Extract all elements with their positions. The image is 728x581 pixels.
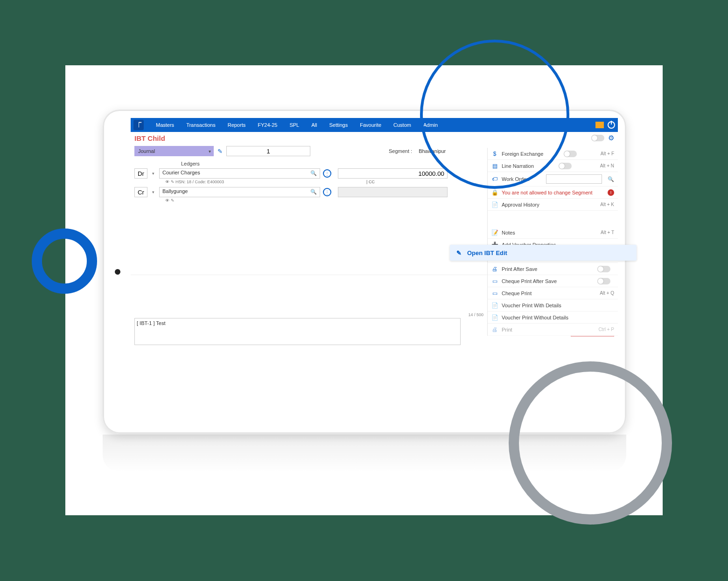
- gear-icon[interactable]: ⚙: [608, 134, 614, 142]
- opt-notes[interactable]: 📝 Notes Alt + T: [488, 227, 618, 239]
- toggle-line-narration[interactable]: [559, 163, 572, 169]
- opt-cheque-print[interactable]: ▭ Cheque Print Alt + Q: [488, 287, 618, 299]
- nav-all[interactable]: All: [311, 122, 317, 128]
- opt-label: Cheque Print After Save: [502, 278, 557, 284]
- opt-label: You are not allowed to change Segment: [502, 190, 593, 195]
- segment-label: Segment :: [389, 148, 412, 154]
- nav-settings[interactable]: Settings: [329, 122, 348, 128]
- row-action-icon[interactable]: ⋮: [323, 188, 331, 196]
- error-icon: !: [608, 189, 614, 196]
- drcr-input[interactable]: [134, 187, 147, 197]
- nav-fy[interactable]: FY24-25: [258, 122, 277, 128]
- print-icon: 🖨: [491, 266, 498, 272]
- pencil-icon: ✎: [456, 249, 462, 256]
- cheque-icon: ▭: [491, 278, 498, 284]
- tablet-camera: [115, 269, 120, 275]
- shortcut: Alt + N: [600, 163, 614, 168]
- entry-meta-text: 👁 ✎ HSN: 18 / Code: E400003: [165, 180, 224, 184]
- mail-icon[interactable]: [595, 122, 604, 128]
- opt-print-after-save[interactable]: 🖨 Print After Save: [488, 263, 618, 275]
- toggle-foreign-exchange[interactable]: [564, 151, 577, 157]
- nav-custom[interactable]: Custom: [393, 122, 411, 128]
- cheque-icon: ▭: [491, 290, 498, 297]
- opt-label: Approval History: [502, 202, 539, 208]
- voucher-number-input[interactable]: [226, 146, 310, 156]
- debit-input[interactable]: [338, 187, 448, 197]
- opt-label: Voucher Print With Details: [502, 303, 561, 308]
- ledger-input[interactable]: Courier Charges 🔍: [159, 168, 320, 179]
- power-icon[interactable]: [608, 121, 615, 129]
- opt-cheque-print-after-save[interactable]: ▭ Cheque Print After Save: [488, 275, 618, 287]
- col-header-ledgers: Ledgers: [181, 161, 200, 166]
- shortcut: Alt + K: [600, 202, 614, 207]
- print-icon: 🖨: [491, 326, 498, 333]
- debit-input[interactable]: [338, 168, 448, 179]
- cc-link[interactable]: | CC: [366, 180, 375, 184]
- opt-label: Cheque Print: [502, 290, 532, 296]
- opt-label: Open IBT Edit: [467, 249, 507, 256]
- note-icon: 📝: [491, 229, 498, 236]
- app-logo[interactable]: ⎾: [133, 120, 144, 130]
- nav-transactions[interactable]: Transactions: [186, 122, 216, 128]
- opt-segment-error: 🔒 You are not allowed to change Segment …: [488, 187, 618, 199]
- ledger-value: Ballygunge: [162, 188, 188, 194]
- decorative-circle: [509, 361, 672, 525]
- toggle-cheque-print-after-save[interactable]: [597, 278, 610, 284]
- page-title: IBT Child: [134, 134, 165, 142]
- decorative-circle: [32, 228, 97, 294]
- decorative-circle: [420, 40, 569, 189]
- drcr-input[interactable]: [134, 168, 147, 179]
- voucher-type-select[interactable]: Journal: [134, 146, 214, 156]
- nav-favourite[interactable]: Favourite: [360, 122, 381, 128]
- opt-label: Print: [502, 327, 512, 332]
- opt-voucher-print-without-details[interactable]: 📄 Voucher Print Without Details: [488, 311, 618, 324]
- ledger-value: Courier Charges: [162, 170, 200, 175]
- nav-masters[interactable]: Masters: [156, 122, 174, 128]
- search-icon[interactable]: 🔍: [310, 189, 317, 195]
- opt-voucher-print-with-details[interactable]: 📄 Voucher Print With Details: [488, 299, 618, 311]
- narration-input[interactable]: [ IBT-1 ] Test: [134, 318, 461, 345]
- search-icon[interactable]: 🔍: [608, 176, 614, 182]
- row-action-icon[interactable]: ⋮: [323, 169, 331, 178]
- nav-reports[interactable]: Reports: [228, 122, 246, 128]
- shortcut: Ctrl + P: [598, 327, 614, 332]
- shortcut: Alt + F: [601, 151, 614, 156]
- nav-spl[interactable]: SPL: [289, 122, 299, 128]
- shortcut: Alt + T: [601, 230, 614, 235]
- search-icon[interactable]: 🔍: [310, 170, 317, 176]
- doc-icon: 📄: [491, 302, 498, 309]
- toggle-print-after-save[interactable]: [597, 266, 610, 272]
- voucher-type-value: Journal: [138, 148, 155, 154]
- chevron-down-icon[interactable]: ▾: [150, 190, 156, 194]
- work-order-input[interactable]: [546, 174, 602, 184]
- opt-label: Voucher Print Without Details: [502, 315, 568, 320]
- doc-icon: 📄: [491, 314, 498, 321]
- chevron-down-icon[interactable]: ▾: [150, 171, 156, 176]
- entry-meta-text: 👁 ✎: [165, 198, 175, 203]
- history-icon: 📄: [491, 201, 498, 208]
- opt-label: Print After Save: [502, 266, 537, 272]
- ledger-input[interactable]: Ballygunge 🔍: [159, 187, 320, 197]
- lock-icon: 🔒: [491, 189, 498, 196]
- opt-approval-history[interactable]: 📄 Approval History Alt + K: [488, 199, 618, 211]
- opt-print[interactable]: 🖨 Print Ctrl + P: [488, 324, 618, 336]
- edit-voucher-type-icon[interactable]: ✎: [217, 148, 223, 155]
- opt-label: Notes: [502, 230, 515, 235]
- shortcut: Alt + Q: [600, 290, 614, 296]
- header-toggle[interactable]: [591, 135, 604, 141]
- opt-open-ibt-edit[interactable]: ✎ Open IBT Edit: [450, 245, 637, 261]
